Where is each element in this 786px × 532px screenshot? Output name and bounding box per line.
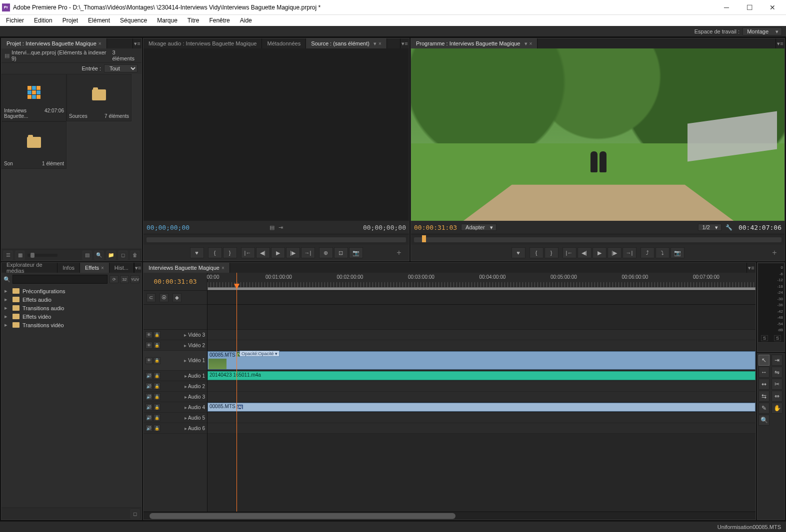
- mark-in-button[interactable]: {: [208, 247, 222, 258]
- menu-sequence[interactable]: Séquence: [115, 16, 152, 25]
- lock-icon[interactable]: 🔒: [154, 404, 160, 411]
- new-bin-button[interactable]: ◻: [130, 510, 140, 519]
- tab-media-browser[interactable]: Explorateur de médias: [2, 263, 58, 273]
- export-frame-button[interactable]: 📷: [349, 247, 363, 258]
- clip-a1[interactable]: 20140423 165011.m4a: [208, 371, 756, 380]
- source-monitor-view[interactable]: [144, 48, 409, 221]
- track-head-a6[interactable]: 🔊🔒S1Audio 6: [144, 423, 207, 434]
- track-head-v1[interactable]: 👁🔒Vidéo 1: [144, 351, 207, 371]
- program-scrubber[interactable]: [411, 234, 784, 245]
- tab-effects[interactable]: Effets×: [80, 263, 110, 273]
- speaker-icon[interactable]: 🔊: [146, 414, 152, 421]
- lane-a6[interactable]: [208, 423, 756, 434]
- marker-toggle[interactable]: ◆: [172, 293, 182, 302]
- tree-audio-effects[interactable]: ▸Effets audio: [2, 295, 142, 304]
- program-monitor-view[interactable]: [411, 48, 784, 221]
- mark-out-button[interactable]: }: [544, 247, 558, 258]
- lane-v1[interactable]: 00085.MTS[V] Opacité:Opacité ▾: [208, 351, 756, 371]
- step-forward-button[interactable]: |▶: [286, 247, 300, 258]
- track-head-a4[interactable]: 🔊🔒S1Audio 4: [144, 402, 207, 413]
- add-button[interactable]: +: [768, 247, 782, 258]
- track-head-v3[interactable]: 👁🔒Vidéo 3: [144, 330, 207, 340]
- add-button[interactable]: +: [392, 247, 406, 258]
- insert-button[interactable]: ⊕: [319, 247, 333, 258]
- timeline-tracks[interactable]: 00:00 00:01:00:00 00:02:00:00 00:03:00:0…: [208, 273, 756, 512]
- ripple-tool[interactable]: ↔: [758, 367, 770, 378]
- list-view-button[interactable]: ☰: [4, 251, 12, 260]
- fit-select[interactable]: Adapter▾: [461, 224, 496, 231]
- timeline-ruler[interactable]: 00:00 00:01:00:00 00:02:00:00 00:03:00:0…: [208, 273, 756, 291]
- goto-in-button[interactable]: |←: [241, 247, 255, 258]
- tab-program[interactable]: Programme : Interviews Baguette Magique▾…: [411, 38, 538, 48]
- mark-out-button[interactable]: }: [223, 247, 237, 258]
- menu-marque[interactable]: Marque: [152, 16, 182, 25]
- timeline-tab[interactable]: Interviews Baguette Magique×: [144, 263, 230, 273]
- bin-sequence[interactable]: Interviews Baguette...42:07:06: [2, 74, 66, 121]
- track-head-a2[interactable]: 🔊🔒Audio 2: [144, 381, 207, 392]
- close-icon[interactable]: ×: [530, 41, 532, 46]
- track-head-a1[interactable]: 🔊🔒Audio 1: [144, 371, 207, 381]
- lock-icon[interactable]: 🔒: [154, 425, 160, 432]
- play-button[interactable]: ▶: [271, 247, 285, 258]
- fx-yuv-badge[interactable]: YUV: [130, 275, 140, 283]
- snap-toggle[interactable]: ⦿: [160, 293, 168, 302]
- entry-select[interactable]: Tout: [104, 64, 138, 72]
- track-head-a5[interactable]: 🔊🔒S1Audio 5: [144, 413, 207, 423]
- panel-menu-button[interactable]: ▾≡: [776, 38, 784, 48]
- speaker-icon[interactable]: 🔊: [146, 383, 152, 390]
- panel-menu-button[interactable]: ▾≡: [746, 263, 756, 273]
- lane-a4[interactable]: 00085.MTS[A]: [208, 402, 756, 413]
- speaker-icon[interactable]: 🔊: [146, 372, 152, 379]
- panel-menu-button[interactable]: ▾≡: [134, 263, 142, 273]
- icon-view-button[interactable]: ▦: [16, 251, 24, 260]
- eye-icon[interactable]: 👁: [146, 342, 152, 349]
- slide-tool[interactable]: ⇔: [772, 391, 782, 402]
- lock-icon[interactable]: 🔒: [154, 357, 160, 364]
- lane-v3[interactable]: [208, 330, 756, 340]
- tree-video-transitions[interactable]: ▸Transitions vidéo: [2, 321, 142, 329]
- lane-a2[interactable]: [208, 381, 756, 392]
- goto-out-button[interactable]: →|: [622, 247, 636, 258]
- solo-left[interactable]: S: [761, 335, 768, 341]
- window-maximize-button[interactable]: ☐: [738, 0, 761, 15]
- step-forward-button[interactable]: |▶: [608, 247, 622, 258]
- mark-in-button[interactable]: {: [530, 247, 544, 258]
- new-bin-button[interactable]: 📁: [106, 251, 116, 260]
- speaker-icon[interactable]: 🔊: [146, 404, 152, 411]
- lane-a5[interactable]: [208, 413, 756, 423]
- window-minimize-button[interactable]: ─: [715, 0, 738, 15]
- rolling-tool[interactable]: ⇋: [772, 367, 782, 378]
- step-back-button[interactable]: ◀|: [578, 247, 592, 258]
- delete-button[interactable]: 🗑: [130, 251, 140, 260]
- export-frame-button[interactable]: 📷: [670, 247, 684, 258]
- tab-metadata[interactable]: Métadonnées: [262, 38, 306, 48]
- menu-fichier[interactable]: Fichier: [1, 16, 29, 25]
- source-scrubber[interactable]: [144, 234, 409, 245]
- tab-infos[interactable]: Infos: [58, 263, 80, 273]
- lane-a1[interactable]: 20140423 165011.m4a: [208, 371, 756, 381]
- track-select-tool[interactable]: ⇥: [772, 355, 782, 366]
- find-button[interactable]: 🔍: [94, 251, 104, 260]
- track-head-a3[interactable]: 🔊🔒Audio 3: [144, 392, 207, 402]
- clip-v1[interactable]: 00085.MTS[V]: [208, 351, 756, 370]
- program-tc-current[interactable]: 00:00:31:03: [414, 224, 457, 231]
- menu-edition[interactable]: Edition: [29, 16, 58, 25]
- goto-out-button[interactable]: →|: [301, 247, 315, 258]
- timeline-scrollbar[interactable]: [144, 512, 756, 520]
- speaker-icon[interactable]: 🔊: [146, 393, 152, 400]
- lock-icon[interactable]: 🔒: [154, 342, 160, 349]
- menu-aide[interactable]: Aide: [235, 16, 257, 25]
- playhead[interactable]: [236, 273, 237, 512]
- close-icon[interactable]: ×: [222, 265, 224, 271]
- slip-tool[interactable]: ⇆: [758, 391, 770, 402]
- hand-tool[interactable]: ✋: [772, 403, 782, 414]
- effects-search-input[interactable]: [12, 275, 108, 284]
- menu-element[interactable]: Elément: [83, 16, 115, 25]
- extract-button[interactable]: ⤵: [656, 247, 670, 258]
- automate-button[interactable]: ▤: [82, 251, 92, 260]
- tree-audio-transitions[interactable]: ▸Transitions audio: [2, 304, 142, 312]
- menu-titre[interactable]: Titre: [182, 16, 204, 25]
- timeline-tc[interactable]: 00:00:31:03: [154, 278, 196, 285]
- pen-tool[interactable]: ✎: [758, 403, 770, 414]
- overwrite-button[interactable]: ⊡: [334, 247, 348, 258]
